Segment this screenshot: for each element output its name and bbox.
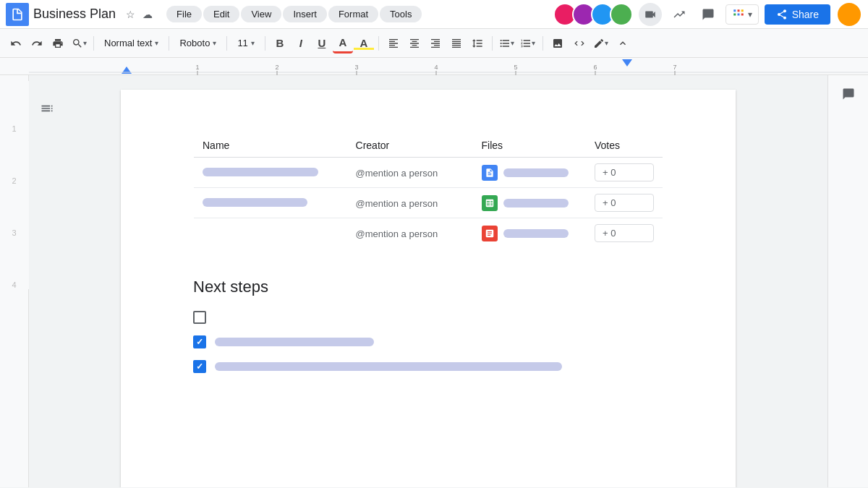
format-tools: B I U A A <box>270 33 374 53</box>
numbered-list-button[interactable]: ▾ <box>518 33 538 53</box>
name-placeholder-1 <box>203 168 318 176</box>
highlight-button[interactable]: A <box>354 33 374 53</box>
menu-tools[interactable]: Tools <box>380 6 422 22</box>
vote-label-2: + 0 <box>603 197 616 208</box>
print-button[interactable] <box>48 33 68 53</box>
name-cell-2[interactable] <box>194 188 347 218</box>
svg-rect-4 <box>737 13 739 15</box>
outline-icon-btn[interactable] <box>40 101 54 119</box>
creator-cell-1[interactable]: @mention a person <box>347 158 473 188</box>
doc-title[interactable]: Business Plan <box>33 7 116 22</box>
undo-button[interactable] <box>6 33 26 53</box>
checkbox-1[interactable] <box>193 311 206 324</box>
document-area[interactable]: Name Creator Files Votes <box>29 75 827 487</box>
menu-format[interactable]: Format <box>328 6 378 22</box>
mention-1: @mention a person <box>356 168 438 179</box>
text-style-dropdown[interactable]: Normal text ▾ <box>98 35 164 51</box>
list-tools: ▾ ▾ <box>497 33 538 53</box>
comments-icon[interactable] <box>697 3 720 26</box>
col-votes: Votes <box>586 134 663 158</box>
user-avatar[interactable] <box>836 1 862 27</box>
panel-icon-1[interactable] <box>835 81 861 107</box>
vote-button-2[interactable]: + 0 <box>595 194 654 212</box>
files-cell-2[interactable] <box>473 188 586 218</box>
font-dropdown[interactable]: Roboto ▾ <box>174 35 222 51</box>
italic-button[interactable]: I <box>291 33 311 53</box>
svg-text:4: 4 <box>434 64 438 71</box>
share-button[interactable]: Share <box>765 4 830 25</box>
apps-label: ▾ <box>748 9 752 20</box>
checkbox-3[interactable]: ✓ <box>193 360 206 373</box>
trending-icon[interactable] <box>668 3 691 26</box>
table-row: @mention a person <box>194 188 663 218</box>
menu-bar: File Edit View Insert Format Tools <box>166 6 548 22</box>
svg-text:1: 1 <box>195 64 199 71</box>
align-center-button[interactable] <box>404 33 425 53</box>
ruler: 1 2 3 4 5 6 7 <box>0 58 868 75</box>
ruler-right-marker <box>622 59 632 67</box>
align-left-button[interactable] <box>383 33 404 53</box>
creator-cell-3[interactable]: @mention a person <box>347 218 473 249</box>
svg-rect-0 <box>733 9 736 12</box>
align-right-button[interactable] <box>425 33 446 53</box>
document-page[interactable]: Name Creator Files Votes <box>121 90 736 487</box>
edit-mode-button[interactable]: ▾ <box>591 33 611 53</box>
name-cell-1[interactable] <box>194 158 347 188</box>
font-size-dropdown[interactable]: 11 ▾ <box>231 35 260 51</box>
checkbox-item-2: ✓ <box>193 335 663 348</box>
next-steps-section: Next steps ✓ ✓ <box>193 278 663 373</box>
zoom-button[interactable]: ▾ <box>69 33 89 53</box>
line-spacing-button[interactable] <box>467 33 488 53</box>
votes-cell-1[interactable]: + 0 <box>586 158 663 188</box>
files-cell-1[interactable] <box>473 158 586 188</box>
text-style-label: Normal text <box>104 38 152 48</box>
menu-view[interactable]: View <box>241 6 281 22</box>
underline-button[interactable]: U <box>312 33 332 53</box>
top-bar-left: Business Plan ☆ ☁ <box>6 3 155 26</box>
col-name: Name <box>194 134 347 158</box>
collapse-button[interactable] <box>613 33 633 53</box>
file-icon-slides <box>482 226 498 241</box>
creator-cell-2[interactable]: @mention a person <box>347 188 473 218</box>
table-row: @mention a person <box>194 158 663 188</box>
bold-button[interactable]: B <box>270 33 290 53</box>
vote-button-3[interactable]: + 0 <box>595 224 654 242</box>
checkbox-2[interactable]: ✓ <box>193 335 206 348</box>
separator-4 <box>265 36 265 51</box>
right-panel <box>827 75 868 487</box>
vote-button-1[interactable]: + 0 <box>595 163 654 181</box>
checkmark-2: ✓ <box>196 337 203 347</box>
checkmark-3: ✓ <box>196 361 203 372</box>
svg-rect-2 <box>741 9 743 12</box>
font-chevron: ▾ <box>213 39 216 47</box>
meet-button[interactable] <box>639 3 662 26</box>
left-sidebar: 1 2 3 4 <box>0 75 29 487</box>
checkbox-3-label <box>215 362 562 371</box>
redo-button-2[interactable] <box>569 33 590 53</box>
google-apps-button[interactable]: ▾ <box>726 4 759 25</box>
table-section: Name Creator Files Votes <box>193 133 663 249</box>
menu-insert[interactable]: Insert <box>283 6 327 22</box>
insert-image-button[interactable] <box>548 33 568 53</box>
share-label: Share <box>792 9 819 20</box>
files-cell-3[interactable] <box>473 218 586 249</box>
next-steps-title: Next steps <box>193 278 663 296</box>
docs-logo <box>6 3 29 26</box>
star-icon[interactable]: ☆ <box>123 7 137 22</box>
bullet-list-button[interactable]: ▾ <box>497 33 517 53</box>
file-cell-3 <box>482 226 577 241</box>
file-placeholder-1 <box>503 168 569 177</box>
justify-button[interactable] <box>446 33 467 53</box>
svg-text:7: 7 <box>673 64 676 71</box>
redo-button[interactable] <box>27 33 47 53</box>
menu-file[interactable]: File <box>166 6 202 22</box>
votes-cell-2[interactable]: + 0 <box>586 188 663 218</box>
votes-cell-3[interactable]: + 0 <box>586 218 663 249</box>
name-cell-3[interactable] <box>194 218 347 249</box>
cloud-icon[interactable]: ☁ <box>140 7 155 22</box>
font-color-button[interactable]: A <box>333 33 353 53</box>
menu-edit[interactable]: Edit <box>203 6 239 22</box>
history-tools: ▾ <box>6 33 89 53</box>
separator-3 <box>226 36 227 51</box>
svg-text:5: 5 <box>514 64 517 71</box>
